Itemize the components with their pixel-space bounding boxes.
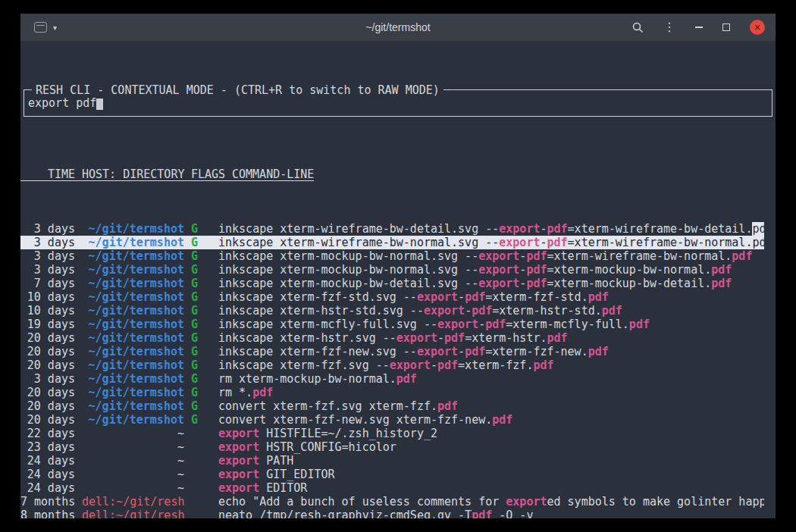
history-row[interactable]: 24 days~export EDITOR [20, 481, 764, 495]
row-host-directory: ~/git/termshot [82, 413, 184, 427]
row-time: 7 months [20, 495, 75, 509]
header-flags: FLAGS [191, 167, 225, 180]
row-flags: G [191, 331, 212, 345]
history-row[interactable]: 3 days~/git/termshotGinkscape xterm-wire… [20, 222, 764, 236]
row-host-directory: ~ [82, 427, 184, 440]
row-time: 3 days [20, 263, 75, 277]
row-flags: G [191, 249, 212, 263]
header-command-line: COMMAND-LINE [232, 167, 314, 180]
row-command: inkscape xterm-mockup-bw-normal.svg --ex… [218, 263, 732, 277]
row-host-directory: ~/git/termshot [82, 399, 184, 413]
row-time: 20 days [20, 413, 75, 427]
terminal-window: ▾ ~/git/termshot ⋮ ✕ RESH CLI - CONTEXTU… [20, 14, 776, 518]
row-command: inkscape xterm-mcfly-full.svg --export-p… [218, 318, 650, 331]
history-row[interactable]: 7 monthsdell:~/git/reshecho "Add a bunch… [20, 495, 764, 509]
row-command: rm xterm-mockup-bw-normal.pdf [218, 372, 417, 386]
row-time: 24 days [20, 454, 75, 468]
history-row[interactable]: 20 days~/git/termshotGrm *.pdf [20, 386, 764, 399]
history-row[interactable]: 20 days~/git/termshotGinkscape xterm-fzf… [20, 358, 764, 372]
new-tab-icon[interactable] [34, 22, 47, 33]
header-time: TIME [20, 167, 75, 180]
row-command: inkscape xterm-wireframe-bw-detail.svg -… [218, 222, 764, 236]
chevron-down-icon[interactable]: ▾ [53, 23, 57, 32]
search-box-title: RESH CLI - CONTEXTUAL MODE - (CTRL+R to … [32, 83, 443, 97]
row-flags: G [191, 304, 212, 318]
history-row[interactable]: 20 days~/git/termshotGinkscape xterm-hst… [20, 331, 764, 345]
row-flags: G [191, 263, 212, 277]
row-command: echo "Add a bunch of useless comments fo… [218, 495, 764, 509]
history-row[interactable]: 24 days~export PATH [20, 454, 764, 468]
row-host-directory: ~/git/termshot [82, 263, 184, 277]
history-row[interactable]: 7 days~/git/termshotGinkscape xterm-mock… [20, 277, 764, 290]
row-command: inkscape xterm-hstr.svg --export-pdf=xte… [218, 331, 568, 345]
row-flags [191, 468, 212, 481]
history-row[interactable]: 3 days~/git/termshotGinkscape xterm-mock… [20, 263, 764, 277]
history-row[interactable]: 24 days~export GIT_EDITOR [20, 468, 764, 481]
row-command: inkscape xterm-mockup-bw-normal.svg --ex… [218, 249, 752, 263]
row-command: inkscape xterm-fzf-std.svg --export-pdf=… [218, 290, 609, 304]
minimize-icon[interactable] [695, 27, 703, 28]
search-query-line[interactable]: export pdf [28, 96, 103, 110]
row-command: inkscape xterm-mockup-bw-detail.svg --ex… [218, 277, 732, 290]
row-flags: G [191, 386, 212, 399]
history-row[interactable]: 10 days~/git/termshotGinkscape xterm-fzf… [20, 290, 764, 304]
history-row[interactable]: 3 days~/git/termshotGinkscape xterm-mock… [20, 249, 764, 263]
row-host-directory: ~/git/termshot [82, 358, 184, 372]
row-command: inkscape xterm-hstr-std.svg --export-pdf… [218, 304, 622, 318]
row-time: 20 days [20, 345, 75, 358]
row-host-directory: ~/git/termshot [82, 290, 184, 304]
menu-icon[interactable]: ⋮ [663, 21, 675, 33]
header-host-directory: HOST: DIRECTORY [82, 167, 184, 180]
history-row[interactable]: 8 monthsdell:~/git/reshneato /tmp/resh-g… [20, 509, 764, 518]
history-row[interactable]: 20 days~/git/termshotGinkscape xterm-fzf… [20, 345, 764, 358]
history-row[interactable]: 20 days~/git/termshotGconvert xterm-fzf-… [20, 413, 764, 427]
row-command: convert xterm-fzf-new.svg xterm-fzf-new.… [218, 413, 512, 427]
history-row[interactable]: 19 days~/git/termshotGinkscape xterm-mcf… [20, 318, 764, 331]
terminal-content: RESH CLI - CONTEXTUAL MODE - (CTRL+R to … [20, 41, 776, 518]
row-command: convert xterm-fzf.svg xterm-fzf.pdf [218, 399, 458, 413]
row-time: 20 days [20, 399, 75, 413]
row-host-directory: ~ [82, 481, 184, 495]
row-time: 3 days [20, 236, 75, 249]
row-flags [191, 454, 212, 468]
row-host-directory: dell:~/git/resh [82, 509, 184, 518]
row-time: 20 days [20, 358, 75, 372]
row-time: 24 days [20, 481, 75, 495]
row-flags [191, 427, 212, 440]
row-host-directory: ~/git/termshot [82, 386, 184, 399]
search-icon[interactable] [632, 22, 644, 33]
row-host-directory: ~/git/termshot [82, 372, 184, 386]
row-host-directory: ~ [82, 468, 184, 481]
row-command: export GIT_EDITOR [218, 468, 335, 481]
row-flags: G [191, 222, 212, 236]
row-host-directory: ~ [82, 440, 184, 454]
row-time: 3 days [20, 249, 75, 263]
close-icon[interactable]: ✕ [750, 20, 765, 35]
row-command: export HISTFILE=~/.zsh_history_2 [218, 427, 437, 440]
search-box[interactable]: RESH CLI - CONTEXTUAL MODE - (CTRL+R to … [24, 89, 772, 117]
row-time: 10 days [20, 290, 75, 304]
history-row[interactable]: 3 days~/git/termshotGrm xterm-mockup-bw-… [20, 372, 764, 386]
history-row[interactable]: 10 days~/git/termshotGinkscape xterm-hst… [20, 304, 764, 318]
row-time: 23 days [20, 440, 75, 454]
row-host-directory: dell:~/git/resh [82, 495, 184, 509]
row-flags: G [191, 290, 212, 304]
row-flags [191, 509, 212, 518]
row-flags: G [191, 413, 212, 427]
row-host-directory: ~/git/termshot [82, 304, 184, 318]
row-flags: G [191, 399, 212, 413]
history-row[interactable]: 20 days~/git/termshotGconvert xterm-fzf.… [20, 399, 764, 413]
history-row[interactable]: 23 days~export HSTR_CONFIG=hicolor [20, 440, 764, 454]
maximize-icon[interactable] [722, 23, 730, 31]
row-host-directory: ~/git/termshot [82, 222, 184, 236]
row-time: 7 days [20, 277, 75, 290]
row-flags: G [191, 277, 212, 290]
row-host-directory: ~ [82, 454, 184, 468]
row-host-directory: ~/git/termshot [82, 277, 184, 290]
row-flags [191, 495, 212, 509]
row-time: 22 days [20, 427, 75, 440]
history-row[interactable]: 22 days~export HISTFILE=~/.zsh_history_2 [20, 427, 764, 440]
history-row-selected[interactable]: 3 days~/git/termshotGinkscape xterm-wire… [20, 236, 764, 249]
row-host-directory: ~/git/termshot [82, 236, 184, 249]
row-flags: G [191, 318, 212, 331]
